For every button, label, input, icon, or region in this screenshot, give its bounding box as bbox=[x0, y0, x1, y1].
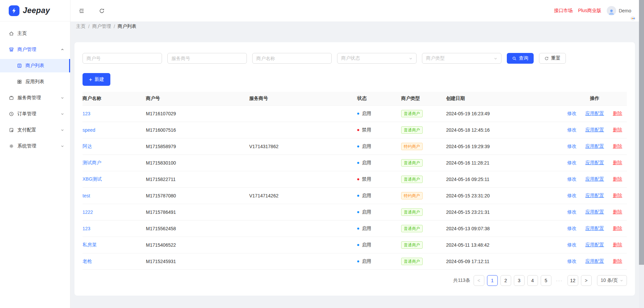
status-label: 启用 bbox=[362, 226, 371, 232]
app-config-link[interactable]: 应用配置 bbox=[585, 127, 604, 133]
edit-link[interactable]: 修改 bbox=[567, 193, 577, 199]
status-badge: 启用 bbox=[357, 242, 371, 248]
page-size-value: 10 条/页 bbox=[601, 278, 618, 284]
browser-widget-icon[interactable] bbox=[631, 17, 635, 20]
merchant-name-link[interactable]: 123 bbox=[83, 111, 90, 116]
edit-link[interactable]: 修改 bbox=[567, 111, 577, 117]
merchant-name-link[interactable]: 阿达 bbox=[83, 143, 92, 149]
pagination-page-button[interactable]: 1 bbox=[487, 275, 498, 286]
mch-state-select[interactable]: 商户状态 bbox=[337, 53, 417, 64]
breadcrumb-home[interactable]: 主页 bbox=[76, 23, 86, 29]
create-button[interactable]: + 新建 bbox=[83, 73, 110, 86]
merchant-name-link[interactable]: XBG测试 bbox=[83, 176, 102, 182]
edit-link[interactable]: 修改 bbox=[567, 127, 577, 133]
scrollbar-thumb[interactable] bbox=[639, 0, 644, 265]
isv-no-cell: V1714714262 bbox=[249, 187, 357, 204]
delete-link[interactable]: 删除 bbox=[613, 258, 622, 264]
delete-link[interactable]: 删除 bbox=[613, 143, 622, 149]
sidebar-item-system-mgmt[interactable]: 系统管理 bbox=[0, 139, 70, 153]
plus-edition-link[interactable]: Plus商业版 bbox=[578, 8, 601, 14]
pagination-page-button[interactable]: 2 bbox=[500, 275, 511, 286]
delete-link[interactable]: 删除 bbox=[613, 193, 622, 199]
table-row: 测试商户 M1715830100 启用 普通商户 2024-05-16 11:2… bbox=[83, 155, 627, 171]
app-config-link[interactable]: 应用配置 bbox=[585, 209, 604, 215]
app-config-link[interactable]: 应用配置 bbox=[585, 143, 604, 149]
reload-icon[interactable] bbox=[95, 4, 108, 17]
edit-link[interactable]: 修改 bbox=[567, 209, 577, 215]
delete-link[interactable]: 删除 bbox=[613, 111, 622, 117]
created-date-cell: 2024-05-13 09:07:38 bbox=[446, 220, 562, 237]
app-config-link[interactable]: 应用配置 bbox=[585, 176, 604, 182]
shop-icon bbox=[9, 47, 14, 52]
mch-no-input[interactable] bbox=[83, 53, 162, 64]
status-dot-icon bbox=[357, 260, 359, 262]
app-config-link[interactable]: 应用配置 bbox=[585, 242, 604, 248]
merchant-name-link[interactable]: 私房菜 bbox=[83, 242, 97, 247]
edit-link[interactable]: 修改 bbox=[567, 226, 577, 232]
merchant-name-link[interactable]: 1222 bbox=[83, 209, 93, 215]
isv-no-cell bbox=[249, 155, 357, 171]
created-date-cell: 2024-05-18 12:45:16 bbox=[446, 122, 562, 138]
status-label: 启用 bbox=[362, 111, 371, 117]
page-size-select[interactable]: 10 条/页 bbox=[597, 275, 627, 286]
edit-link[interactable]: 修改 bbox=[567, 242, 577, 248]
sidebar-item-app-list[interactable]: 应用列表 bbox=[0, 75, 70, 88]
merchant-name-link[interactable]: speed bbox=[83, 127, 95, 133]
user-menu[interactable]: Demo bbox=[607, 6, 631, 15]
isv-no-cell bbox=[249, 122, 357, 138]
app-config-link[interactable]: 应用配置 bbox=[585, 160, 604, 166]
merchant-type-badge: 普通商户 bbox=[401, 208, 423, 216]
merchant-name-link[interactable]: 123 bbox=[83, 226, 90, 231]
app-config-link[interactable]: 应用配置 bbox=[585, 193, 604, 199]
merchant-type-badge: 普通商户 bbox=[401, 110, 423, 117]
pagination-page-button[interactable]: 3 bbox=[514, 275, 525, 286]
isv-no-cell bbox=[249, 105, 357, 122]
delete-link[interactable]: 删除 bbox=[613, 176, 622, 182]
sidebar-item-merchant-list[interactable]: 商户列表 bbox=[0, 59, 70, 72]
delete-link[interactable]: 删除 bbox=[613, 209, 622, 215]
delete-link[interactable]: 删除 bbox=[613, 242, 622, 248]
merchant-no-cell: M1716007516 bbox=[146, 122, 249, 138]
sidebar-item-label: 商户管理 bbox=[17, 47, 36, 53]
edit-link[interactable]: 修改 bbox=[567, 160, 577, 166]
pagination-page-button[interactable]: ··· bbox=[554, 275, 565, 286]
brand-logo[interactable]: Jeepay bbox=[0, 0, 70, 21]
pagination-page-button[interactable]: 5 bbox=[541, 275, 551, 286]
breadcrumb-merchant-mgmt[interactable]: 商户管理 bbox=[92, 23, 111, 29]
table-row: XBG测试 M1715822711 禁用 普通商户 2024-05-16 09:… bbox=[83, 171, 627, 187]
merchant-no-cell: M1715787080 bbox=[146, 187, 249, 204]
sidebar-item-isv-mgmt[interactable]: 服务商管理 bbox=[0, 91, 70, 105]
mch-name-input[interactable] bbox=[252, 53, 332, 64]
pagination-page-button[interactable]: 12 bbox=[568, 275, 578, 286]
menu-fold-icon[interactable] bbox=[75, 4, 88, 17]
merchant-type-badge: 普通商户 bbox=[401, 258, 423, 265]
delete-link[interactable]: 删除 bbox=[613, 160, 622, 166]
delete-link[interactable]: 删除 bbox=[613, 127, 622, 133]
table-row: 1222 M1715786491 启用 普通商户 2024-05-15 23:2… bbox=[83, 204, 627, 220]
merchant-name-link[interactable]: 测试商户 bbox=[83, 160, 101, 165]
sidebar-item-order-mgmt[interactable]: 订单管理 bbox=[0, 107, 70, 121]
sidebar-item-pay-config[interactable]: 支付配置 bbox=[0, 123, 70, 137]
sidebar-item-merchant-mgmt[interactable]: 商户管理 bbox=[0, 43, 70, 56]
search-button[interactable]: 查询 bbox=[507, 53, 534, 64]
isv-no-input[interactable] bbox=[167, 53, 247, 64]
merchant-name-link[interactable]: test bbox=[83, 193, 90, 198]
app-config-link[interactable]: 应用配置 bbox=[585, 111, 604, 117]
delete-link[interactable]: 删除 bbox=[613, 226, 622, 232]
app-config-link[interactable]: 应用配置 bbox=[585, 226, 604, 232]
app-config-link[interactable]: 应用配置 bbox=[585, 258, 604, 264]
isv-no-cell bbox=[249, 204, 357, 220]
sidebar-item-home[interactable]: 主页 bbox=[0, 27, 70, 40]
edit-link[interactable]: 修改 bbox=[567, 143, 577, 149]
status-dot-icon bbox=[357, 228, 359, 230]
pagination-page-button[interactable]: > bbox=[581, 275, 592, 286]
merchant-name-link[interactable]: 老枪 bbox=[83, 258, 92, 264]
mch-type-select[interactable]: 商户类型 bbox=[422, 53, 501, 64]
scrollbar[interactable] bbox=[639, 0, 644, 308]
edit-link[interactable]: 修改 bbox=[567, 176, 577, 182]
pagination-page-button[interactable]: < bbox=[474, 275, 484, 286]
reset-button[interactable]: 重置 bbox=[539, 53, 566, 64]
pagination-page-button[interactable]: 4 bbox=[527, 275, 538, 286]
edit-link[interactable]: 修改 bbox=[567, 258, 577, 264]
api-market-link[interactable]: 接口市场 bbox=[554, 8, 573, 14]
